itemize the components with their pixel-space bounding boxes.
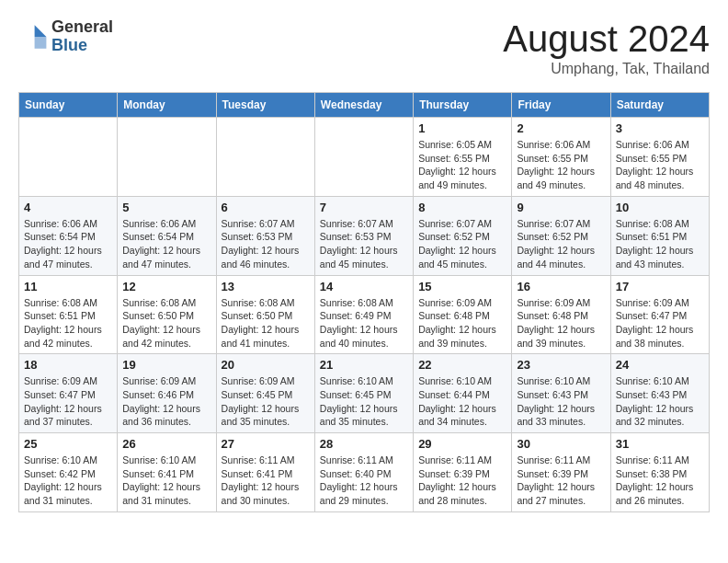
location-title: Umphang, Tak, Thailand [503, 61, 710, 77]
day-info: Sunrise: 6:09 AM Sunset: 6:48 PM Dayligh… [418, 296, 506, 350]
weekday-friday: Friday [512, 93, 610, 118]
weekday-thursday: Thursday [414, 93, 512, 118]
day-info: Sunrise: 6:08 AM Sunset: 6:50 PM Dayligh… [122, 296, 210, 350]
day-number: 18 [24, 358, 112, 372]
week-row-5: 25Sunrise: 6:10 AM Sunset: 6:42 PM Dayli… [19, 433, 710, 512]
day-cell-11: 11Sunrise: 6:08 AM Sunset: 6:51 PM Dayli… [19, 275, 118, 354]
day-info: Sunrise: 6:10 AM Sunset: 6:43 PM Dayligh… [517, 374, 605, 429]
month-title: August 2024 [503, 18, 710, 59]
day-number: 21 [320, 358, 408, 372]
day-info: Sunrise: 6:11 AM Sunset: 6:41 PM Dayligh… [222, 454, 310, 508]
day-info: Sunrise: 6:11 AM Sunset: 6:39 PM Dayligh… [418, 454, 506, 508]
weekday-tuesday: Tuesday [216, 93, 314, 118]
day-info: Sunrise: 6:10 AM Sunset: 6:44 PM Dayligh… [418, 374, 506, 429]
day-info: Sunrise: 6:09 AM Sunset: 6:47 PM Dayligh… [616, 296, 704, 350]
day-number: 16 [517, 280, 605, 293]
day-number: 24 [616, 358, 704, 372]
day-info: Sunrise: 6:09 AM Sunset: 6:48 PM Dayligh… [517, 296, 605, 350]
weekday-sunday: Sunday [19, 93, 118, 118]
day-cell-21: 21Sunrise: 6:10 AM Sunset: 6:45 PM Dayli… [314, 354, 413, 433]
day-number: 20 [222, 358, 310, 372]
day-cell-27: 27Sunrise: 6:11 AM Sunset: 6:41 PM Dayli… [216, 433, 314, 512]
day-info: Sunrise: 6:07 AM Sunset: 6:52 PM Dayligh… [418, 217, 506, 271]
day-number: 14 [320, 280, 408, 293]
day-info: Sunrise: 6:11 AM Sunset: 6:39 PM Dayligh… [517, 454, 605, 508]
day-info: Sunrise: 6:07 AM Sunset: 6:52 PM Dayligh… [517, 217, 605, 271]
day-number: 8 [418, 201, 506, 214]
logo-icon [18, 22, 48, 52]
day-cell-12: 12Sunrise: 6:08 AM Sunset: 6:50 PM Dayli… [118, 275, 216, 354]
day-cell-2: 2Sunrise: 6:06 AM Sunset: 6:55 PM Daylig… [512, 118, 610, 197]
day-info: Sunrise: 6:09 AM Sunset: 6:46 PM Dayligh… [122, 374, 210, 429]
day-cell-16: 16Sunrise: 6:09 AM Sunset: 6:48 PM Dayli… [512, 275, 610, 354]
day-number: 29 [418, 437, 506, 451]
day-cell-9: 9Sunrise: 6:07 AM Sunset: 6:52 PM Daylig… [512, 196, 610, 275]
day-info: Sunrise: 6:06 AM Sunset: 6:55 PM Dayligh… [616, 138, 704, 192]
logo: General Blue [18, 18, 113, 55]
day-number: 4 [24, 201, 112, 214]
day-info: Sunrise: 6:08 AM Sunset: 6:51 PM Dayligh… [616, 217, 704, 271]
day-info: Sunrise: 6:10 AM Sunset: 6:41 PM Dayligh… [122, 454, 210, 508]
day-info: Sunrise: 6:05 AM Sunset: 6:55 PM Dayligh… [418, 138, 506, 192]
week-row-4: 18Sunrise: 6:09 AM Sunset: 6:47 PM Dayli… [19, 354, 710, 433]
day-cell-empty [19, 118, 118, 197]
day-number: 15 [418, 280, 506, 293]
title-block: August 2024 Umphang, Tak, Thailand [503, 18, 710, 77]
week-row-3: 11Sunrise: 6:08 AM Sunset: 6:51 PM Dayli… [19, 275, 710, 354]
day-info: Sunrise: 6:08 AM Sunset: 6:51 PM Dayligh… [24, 296, 112, 350]
weekday-saturday: Saturday [610, 93, 709, 118]
day-number: 9 [517, 201, 605, 214]
page-header: General Blue August 2024 Umphang, Tak, T… [18, 18, 710, 77]
day-info: Sunrise: 6:10 AM Sunset: 6:43 PM Dayligh… [616, 374, 704, 429]
day-number: 11 [24, 280, 112, 293]
weekday-wednesday: Wednesday [314, 93, 413, 118]
day-cell-6: 6Sunrise: 6:07 AM Sunset: 6:53 PM Daylig… [216, 196, 314, 275]
day-info: Sunrise: 6:06 AM Sunset: 6:54 PM Dayligh… [122, 217, 210, 271]
day-cell-23: 23Sunrise: 6:10 AM Sunset: 6:43 PM Dayli… [512, 354, 610, 433]
day-number: 30 [517, 437, 605, 451]
day-cell-3: 3Sunrise: 6:06 AM Sunset: 6:55 PM Daylig… [610, 118, 709, 197]
day-number: 28 [320, 437, 408, 451]
day-info: Sunrise: 6:09 AM Sunset: 6:47 PM Dayligh… [24, 374, 112, 429]
day-info: Sunrise: 6:08 AM Sunset: 6:49 PM Dayligh… [320, 296, 408, 350]
day-cell-29: 29Sunrise: 6:11 AM Sunset: 6:39 PM Dayli… [414, 433, 512, 512]
svg-marker-1 [35, 37, 47, 49]
day-cell-17: 17Sunrise: 6:09 AM Sunset: 6:47 PM Dayli… [610, 275, 709, 354]
day-number: 31 [616, 437, 704, 451]
day-cell-15: 15Sunrise: 6:09 AM Sunset: 6:48 PM Dayli… [414, 275, 512, 354]
day-info: Sunrise: 6:11 AM Sunset: 6:40 PM Dayligh… [320, 454, 408, 508]
day-number: 3 [616, 121, 704, 135]
day-cell-14: 14Sunrise: 6:08 AM Sunset: 6:49 PM Dayli… [314, 275, 413, 354]
day-number: 10 [616, 201, 704, 214]
day-cell-5: 5Sunrise: 6:06 AM Sunset: 6:54 PM Daylig… [118, 196, 216, 275]
calendar-table: SundayMondayTuesdayWednesdayThursdayFrid… [18, 92, 710, 512]
day-number: 27 [222, 437, 310, 451]
day-cell-20: 20Sunrise: 6:09 AM Sunset: 6:45 PM Dayli… [216, 354, 314, 433]
day-info: Sunrise: 6:07 AM Sunset: 6:53 PM Dayligh… [320, 217, 408, 271]
day-cell-26: 26Sunrise: 6:10 AM Sunset: 6:41 PM Dayli… [118, 433, 216, 512]
week-row-2: 4Sunrise: 6:06 AM Sunset: 6:54 PM Daylig… [19, 196, 710, 275]
day-info: Sunrise: 6:09 AM Sunset: 6:45 PM Dayligh… [222, 374, 310, 429]
day-info: Sunrise: 6:10 AM Sunset: 6:45 PM Dayligh… [320, 374, 408, 429]
day-info: Sunrise: 6:11 AM Sunset: 6:38 PM Dayligh… [616, 454, 704, 508]
day-cell-25: 25Sunrise: 6:10 AM Sunset: 6:42 PM Dayli… [19, 433, 118, 512]
day-number: 22 [418, 358, 506, 372]
day-cell-4: 4Sunrise: 6:06 AM Sunset: 6:54 PM Daylig… [19, 196, 118, 275]
day-cell-18: 18Sunrise: 6:09 AM Sunset: 6:47 PM Dayli… [19, 354, 118, 433]
day-info: Sunrise: 6:08 AM Sunset: 6:50 PM Dayligh… [222, 296, 310, 350]
day-cell-empty [118, 118, 216, 197]
week-row-1: 1Sunrise: 6:05 AM Sunset: 6:55 PM Daylig… [19, 118, 710, 197]
day-cell-19: 19Sunrise: 6:09 AM Sunset: 6:46 PM Dayli… [118, 354, 216, 433]
day-info: Sunrise: 6:07 AM Sunset: 6:53 PM Dayligh… [222, 217, 310, 271]
day-info: Sunrise: 6:10 AM Sunset: 6:42 PM Dayligh… [24, 454, 112, 508]
day-number: 26 [122, 437, 210, 451]
weekday-monday: Monday [118, 93, 216, 118]
day-number: 5 [122, 201, 210, 214]
day-cell-28: 28Sunrise: 6:11 AM Sunset: 6:40 PM Dayli… [314, 433, 413, 512]
day-cell-31: 31Sunrise: 6:11 AM Sunset: 6:38 PM Dayli… [610, 433, 709, 512]
day-cell-8: 8Sunrise: 6:07 AM Sunset: 6:52 PM Daylig… [414, 196, 512, 275]
day-cell-22: 22Sunrise: 6:10 AM Sunset: 6:44 PM Dayli… [414, 354, 512, 433]
day-cell-13: 13Sunrise: 6:08 AM Sunset: 6:50 PM Dayli… [216, 275, 314, 354]
day-number: 23 [517, 358, 605, 372]
logo-text: General Blue [51, 18, 113, 55]
